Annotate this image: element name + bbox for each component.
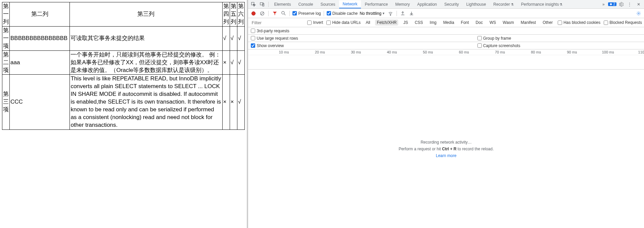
row-3-col-6: √ [237, 75, 244, 130]
col-3-header: 第三列 [70, 2, 222, 27]
filter-type-other[interactable]: Other [541, 20, 554, 26]
tab-application[interactable]: Application [414, 1, 441, 8]
blocked-requests-checkbox[interactable]: Blocked Requests [604, 20, 642, 25]
data-table: 第一列 第二列 第三列 第四列 第五列 第六列 第一项 BBBBBBBBBBBB… [2, 2, 245, 130]
svg-line-7 [284, 14, 285, 15]
timeline-tick: 40 ms [387, 50, 397, 54]
settings-icon[interactable] [617, 0, 625, 8]
show-overview-checkbox[interactable]: Show overview [251, 43, 477, 48]
preserve-log-checkbox[interactable]: Preserve log [292, 11, 321, 16]
filter-type-fetch-xhr[interactable]: Fetch/XHR [375, 20, 398, 26]
device-toolbar-icon[interactable] [258, 0, 266, 8]
tab-network[interactable]: Network [339, 0, 361, 8]
timeline-tick: 10 ms [279, 50, 289, 54]
disable-cache-checkbox[interactable]: Disable cache [327, 11, 358, 16]
filter-type-manifest[interactable]: Manifest [519, 20, 538, 26]
row-2-col-4: × [222, 50, 230, 75]
throttling-select[interactable]: No throttling ▼ [360, 11, 385, 16]
network-conditions-icon[interactable] [387, 10, 394, 17]
learn-more-link[interactable]: Learn more [436, 153, 456, 158]
filter-type-js[interactable]: JS [402, 20, 410, 26]
row-3-label: 第三项 [2, 75, 10, 130]
tab-security[interactable]: Security [441, 1, 462, 8]
svg-point-6 [282, 11, 284, 14]
row-1-col-2: BBBBBBBBBBBBBBB [10, 26, 70, 50]
table-row: 第三项 CCC This level is like REPEATABLE RE… [2, 75, 245, 130]
tab-perf-insights[interactable]: Performance insights⚗ [518, 1, 566, 8]
hide-data-urls-checkbox[interactable]: Hide data URLs [326, 20, 361, 25]
more-icon[interactable]: ⋮ [626, 0, 634, 8]
timeline-tick: 60 ms [459, 50, 469, 54]
col-2-header: 第二列 [10, 2, 70, 27]
invert-checkbox[interactable]: Invert [307, 20, 323, 25]
options-row-3: Show overview Capture screenshots [248, 42, 644, 49]
tab-lighthouse[interactable]: Lighthouse [463, 1, 490, 8]
filter-type-wasm[interactable]: Wasm [501, 20, 516, 26]
filter-type-font[interactable]: Font [459, 20, 471, 26]
issues-badge[interactable]: 2 [608, 2, 616, 6]
export-har-icon[interactable] [408, 10, 415, 17]
row-2-col-3: 一个事务开始时，只能读到其他事务已经提交的修改。 例：如果A事务已经修改了XX，… [70, 50, 222, 75]
inspect-element-icon[interactable] [249, 0, 258, 8]
separator [268, 2, 269, 7]
flask-icon: ⚗ [511, 3, 514, 6]
chevron-down-icon: ▼ [382, 12, 385, 15]
clear-button[interactable] [259, 10, 266, 17]
flask-icon: ⚗ [559, 3, 562, 6]
col-1-header: 第一列 [2, 2, 10, 27]
row-3-col-2: CCC [10, 75, 70, 130]
svg-line-5 [261, 12, 264, 15]
import-har-icon[interactable] [400, 10, 406, 17]
filter-type-ws[interactable]: WS [488, 20, 498, 26]
row-2-label: 第二项 [2, 50, 10, 75]
devtools-tabstrip: Elements Console Sources Network Perform… [248, 0, 644, 9]
network-toolbar: Preserve log Disable cache No throttling… [248, 9, 644, 18]
row-2-col-5: √ [230, 50, 237, 75]
network-settings-icon[interactable] [635, 10, 642, 17]
filter-type-media[interactable]: Media [442, 20, 456, 26]
group-frame-checkbox[interactable]: Group by frame [477, 36, 641, 41]
tab-recorder[interactable]: Recorder⚗ [490, 1, 517, 8]
filter-type-all[interactable]: All [364, 20, 372, 26]
table-row: 第二项 aaa 一个事务开始时，只能读到其他事务已经提交的修改。 例：如果A事务… [2, 50, 245, 75]
row-1-col-4: √ [222, 26, 230, 50]
svg-point-8 [390, 15, 391, 15]
filter-type-img[interactable]: Img [428, 20, 438, 26]
row-2-col-6: √ [237, 50, 244, 75]
row-1-label: 第一项 [2, 26, 10, 50]
timeline-tick: 50 ms [423, 50, 433, 54]
tab-console[interactable]: Console [295, 1, 316, 8]
tab-sources[interactable]: Sources [317, 1, 338, 8]
record-button[interactable] [250, 10, 257, 17]
timeline-tick: 100 ms [602, 50, 614, 54]
timeline-tick: 30 ms [351, 50, 361, 54]
tab-elements[interactable]: Elements [271, 1, 294, 8]
row-3-col-4: × [222, 75, 230, 130]
row-2-col-2: aaa [10, 50, 70, 75]
col-5-header: 第五列 [230, 2, 237, 27]
svg-point-9 [638, 13, 639, 14]
timeline-tick: 20 ms [315, 50, 325, 54]
blocked-cookies-checkbox[interactable]: Has blocked cookies [558, 20, 600, 25]
third-party-checkbox[interactable]: 3rd-party requests [251, 29, 477, 33]
filter-input[interactable] [250, 20, 304, 26]
table-header-row: 第一列 第二列 第三列 第四列 第五列 第六列 [2, 2, 245, 27]
issues-count: 2 [613, 2, 615, 6]
recording-text: Recording network activity… [421, 140, 472, 145]
filter-type-doc[interactable]: Doc [474, 20, 485, 26]
tab-performance[interactable]: Performance [362, 1, 392, 8]
timeline-tick: 90 ms [567, 50, 577, 54]
network-empty-state: Recording network activity… Perform a re… [248, 70, 644, 228]
network-timeline[interactable]: 10 ms 20 ms 30 ms 40 ms 50 ms 60 ms 70 m… [248, 49, 644, 70]
filter-type-css[interactable]: CSS [413, 20, 425, 26]
options-row-1: 3rd-party requests [248, 27, 644, 35]
search-icon[interactable] [280, 10, 287, 17]
timeline-tick: 70 ms [495, 50, 505, 54]
close-devtools-icon[interactable]: ✕ [635, 0, 643, 8]
row-1-col-5: √ [230, 26, 237, 50]
filter-toggle-icon[interactable] [271, 10, 278, 17]
large-rows-checkbox[interactable]: Use large request rows [251, 36, 477, 41]
capture-screenshots-checkbox[interactable]: Capture screenshots [477, 43, 641, 48]
tab-memory[interactable]: Memory [392, 1, 413, 8]
expand-tabs-icon[interactable]: » [599, 0, 607, 8]
